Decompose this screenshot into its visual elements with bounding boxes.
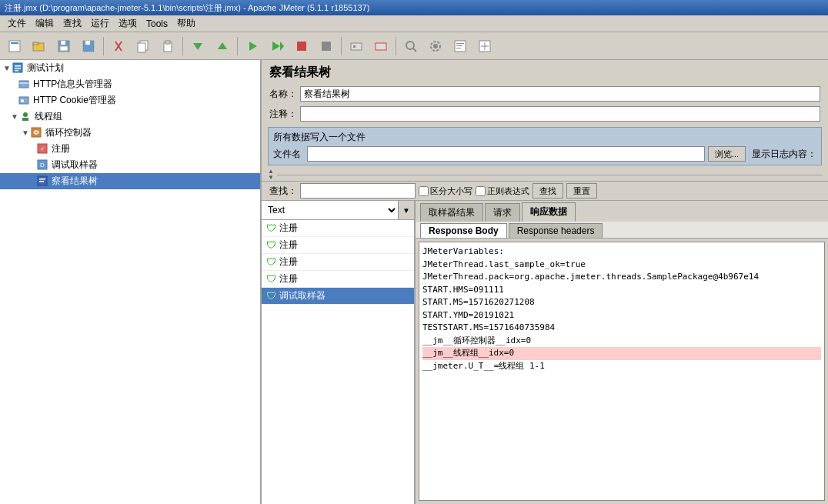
menu-item-选项[interactable]: 选项: [114, 15, 142, 32]
tree-item-debug-sampler[interactable]: D 调试取样器: [0, 157, 260, 173]
result-item-0[interactable]: 🛡 注册: [262, 220, 414, 237]
result-icon-0: 🛡: [266, 222, 276, 234]
svg-point-43: [21, 99, 24, 102]
svg-rect-6: [60, 46, 68, 51]
tree-label-test-plan: 测试计划: [27, 62, 64, 75]
menu-item-文件[interactable]: 文件: [3, 15, 31, 32]
result-item-1[interactable]: 🛡 注册: [262, 237, 414, 254]
menu-item-编辑[interactable]: 编辑: [31, 15, 58, 32]
sub-tab-response-headers[interactable]: Response headers: [509, 223, 603, 238]
svg-marker-15: [193, 43, 202, 50]
svg-marker-19: [280, 42, 284, 51]
response-line-2: JMeterThread.last_sample_ok=true: [422, 259, 821, 272]
tree-item-loop-controller[interactable]: ▼ 循环控制器: [0, 125, 260, 141]
tree-label-thread-group: 线程组: [35, 110, 62, 123]
toggle-test-plan[interactable]: ▼: [3, 64, 11, 72]
toolbar-save[interactable]: [52, 35, 75, 57]
regex-checkbox[interactable]: [476, 186, 486, 196]
scroll-arrows: ▲ ▼: [268, 169, 274, 181]
dropdown-row: Text ▼: [262, 201, 414, 220]
reset-button[interactable]: 重置: [566, 183, 597, 199]
svg-text:✓: ✓: [40, 145, 45, 152]
svg-rect-42: [19, 97, 28, 104]
response-line-8: __jm__循环控制器__idx=0: [422, 335, 821, 348]
toolbar-expand[interactable]: [186, 35, 209, 57]
result-icon-4: 🛡: [266, 290, 276, 302]
case-sensitive-checkbox[interactable]: [419, 186, 429, 196]
svg-rect-22: [351, 43, 362, 50]
response-line-6: START.YMD=20191021: [422, 309, 821, 322]
result-icon-3: 🛡: [266, 273, 276, 285]
dropdown-arrow-btn[interactable]: ▼: [399, 201, 414, 219]
menu-item-Tools[interactable]: Tools: [142, 17, 172, 31]
search-input[interactable]: [300, 183, 416, 199]
name-row: 名称：: [262, 84, 828, 104]
regex-label: 正则表达式: [476, 185, 529, 197]
toolbar-settings[interactable]: [424, 35, 447, 57]
result-label-2: 注册: [279, 255, 298, 269]
result-tabs-row: 取样器结果 请求 响应数据: [416, 201, 828, 222]
browse-button[interactable]: 浏览...: [708, 146, 746, 162]
toolbar-sep-3: [237, 37, 238, 55]
toolbar-run[interactable]: [241, 35, 264, 57]
tree-item-register[interactable]: ✓ 注册: [0, 141, 260, 157]
tab-request[interactable]: 请求: [485, 203, 520, 222]
svg-rect-12: [138, 43, 145, 52]
result-label-4: 调试取样器: [279, 289, 326, 302]
toolbar-sep-5: [396, 37, 396, 55]
toolbar-remote-stop[interactable]: [369, 35, 392, 57]
toolbar-search[interactable]: [399, 35, 422, 57]
tree-item-http-cookie[interactable]: HTTP Cookie管理器: [0, 92, 260, 108]
toggle-thread-group[interactable]: ▼: [11, 112, 18, 121]
sub-tab-response-body[interactable]: Response Body: [420, 223, 507, 238]
toolbar-sep-4: [341, 37, 342, 55]
toolbar-run-selected[interactable]: [265, 35, 289, 57]
tree-label-debug-sampler: 调试取样器: [52, 159, 98, 172]
result-item-3[interactable]: 🛡 注册: [262, 271, 414, 288]
svg-point-27: [433, 44, 438, 48]
display-type-select[interactable]: Text: [262, 201, 399, 219]
file-section-title: 所有数据写入一个文件: [273, 131, 816, 144]
tab-response-data[interactable]: 响应数据: [522, 202, 576, 222]
toolbar-copy[interactable]: [132, 35, 155, 57]
svg-rect-31: [456, 45, 462, 46]
svg-rect-1: [11, 42, 18, 44]
search-button[interactable]: 查找: [533, 183, 563, 199]
svg-rect-52: [39, 179, 45, 180]
toolbar-saveas[interactable]: [77, 35, 100, 57]
tree-item-http-header[interactable]: HTTP信息头管理器: [0, 76, 260, 92]
toolbar-new[interactable]: [3, 35, 26, 57]
file-input[interactable]: [307, 146, 705, 162]
svg-rect-21: [322, 42, 331, 51]
comment-input[interactable]: [300, 106, 820, 122]
menu-item-运行[interactable]: 运行: [86, 15, 114, 32]
tree-label-register: 注册: [52, 142, 70, 155]
svg-rect-39: [15, 70, 18, 72]
result-item-4[interactable]: 🛡 调试取样器: [262, 288, 414, 305]
toolbar-cut[interactable]: [107, 35, 130, 57]
menu-item-帮助[interactable]: 帮助: [172, 15, 200, 32]
tree-item-test-plan[interactable]: ▼ 测试计划: [0, 60, 260, 76]
toolbar-paste[interactable]: [156, 35, 179, 57]
toolbar-stop[interactable]: [290, 35, 313, 57]
name-input[interactable]: [300, 86, 820, 102]
toolbar-open[interactable]: [28, 35, 51, 57]
menu-bar: 文件编辑查找运行选项Tools帮助: [0, 15, 828, 32]
tab-sampler-result[interactable]: 取样器结果: [420, 203, 483, 222]
tree-label-http-header: HTTP信息头管理器: [33, 78, 112, 91]
toolbar-extra[interactable]: [473, 35, 496, 57]
toolbar-collapse[interactable]: [211, 35, 234, 57]
toolbar-remote-start[interactable]: [345, 35, 368, 57]
result-label-3: 注册: [279, 272, 298, 285]
svg-rect-38: [15, 68, 21, 69]
toolbar-shutdown[interactable]: [315, 35, 338, 57]
result-item-2[interactable]: 🛡 注册: [262, 254, 414, 271]
toolbar-report[interactable]: [449, 35, 472, 57]
tree-label-view-results: 察看结果树: [52, 175, 98, 188]
response-line-9: __jm__线程组__idx=0: [422, 347, 821, 360]
menu-item-查找[interactable]: 查找: [58, 15, 86, 32]
tree-item-view-results[interactable]: 察看结果树: [0, 173, 260, 189]
toggle-loop-controller[interactable]: ▼: [22, 129, 29, 137]
response-body[interactable]: JMeterVariables:JMeterThread.last_sample…: [419, 242, 825, 501]
tree-item-thread-group[interactable]: ▼ 线程组: [0, 108, 260, 125]
